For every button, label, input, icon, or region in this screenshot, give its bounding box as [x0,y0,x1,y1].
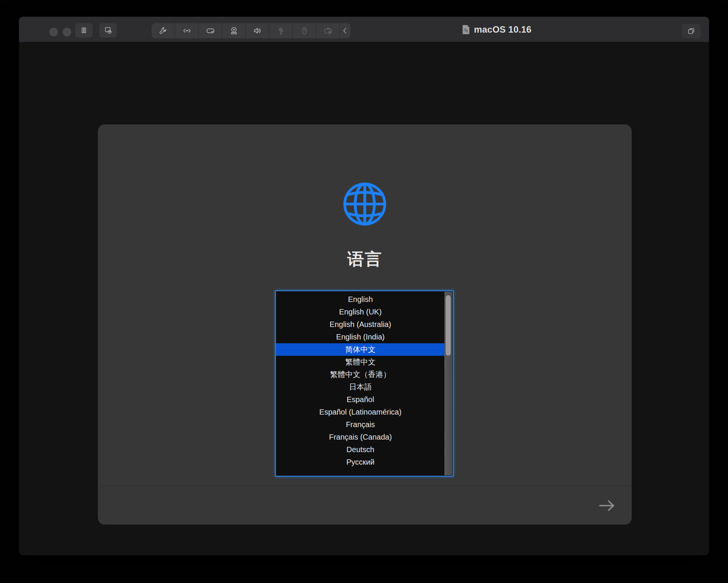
scrollbar-thumb[interactable] [445,295,451,356]
language-option[interactable]: Deutsch [276,443,445,456]
toolbar-collapse-button[interactable] [340,23,350,38]
language-option[interactable]: 繁體中文 [276,356,445,368]
language-option[interactable]: Русский [276,456,445,468]
utilities-icon [323,26,333,36]
language-option[interactable]: English (Australia) [276,318,445,331]
continue-button[interactable] [595,497,618,514]
audio-icon [253,26,262,36]
chevron-left-icon [341,27,349,35]
toolbar-mouse-button[interactable] [293,23,316,38]
toolbar-audio-button[interactable] [246,23,269,38]
window-title-area: macOS 10.16 [462,17,532,42]
pause-icon [79,26,88,35]
language-option[interactable]: 简体中文 [276,343,445,356]
wrench-icon [158,26,168,36]
language-option[interactable]: Français (Canada) [276,431,445,443]
overlapping-windows-icon [687,27,696,36]
language-list: EnglishEnglish (UK)English (Australia)En… [276,291,445,476]
panel-footer [98,486,632,525]
usb-icon [276,26,286,36]
toolbar-code-button[interactable] [175,23,199,38]
toolbar-drive-button[interactable] [199,23,222,38]
save-state-button[interactable] [99,23,117,38]
hard-drive-icon [206,26,215,36]
language-option[interactable]: 繁體中文（香港） [276,368,445,381]
toolbar-utilities-button[interactable] [316,23,340,38]
save-state-icon [104,26,113,35]
minimize-button[interactable] [63,28,71,36]
mouse-icon [300,26,309,36]
pause-button[interactable] [75,23,93,38]
language-option[interactable]: Français [276,418,445,431]
language-option[interactable]: English [276,293,445,306]
vm-display: HaiPC.cn 语言 EnglishEnglish (UK)English (… [19,42,709,555]
window-title: macOS 10.16 [474,24,532,35]
code-icon [182,26,192,36]
language-option[interactable]: English (UK) [276,306,445,318]
language-listbox: EnglishEnglish (UK)English (Australia)En… [275,290,454,477]
toolbar-wrench-button[interactable] [152,23,175,38]
globe-icon [342,181,388,227]
vm-window: macOS 10.16 HaiPC.cn [19,17,709,555]
language-option[interactable]: 日本語 [276,381,445,393]
language-setup-panel: 语言 EnglishEnglish (UK)English (Australia… [98,124,632,525]
language-option[interactable]: Español (Latinoamérica) [276,406,445,418]
arrow-right-icon [598,499,616,512]
toolbar-usb-button[interactable] [269,23,293,38]
titlebar: macOS 10.16 [19,17,709,42]
toolbar-cd-button[interactable] [222,23,246,38]
vm-toolbar [152,23,350,38]
document-proxy-icon[interactable] [462,24,470,35]
close-button[interactable] [49,28,58,36]
language-option[interactable]: English (India) [276,331,445,343]
page-title: 语言 [98,248,632,270]
scrollbar-track[interactable] [444,292,452,475]
cd-drive-icon [229,26,239,36]
window-overview-button[interactable] [682,24,701,38]
language-option[interactable]: Español [276,393,445,406]
